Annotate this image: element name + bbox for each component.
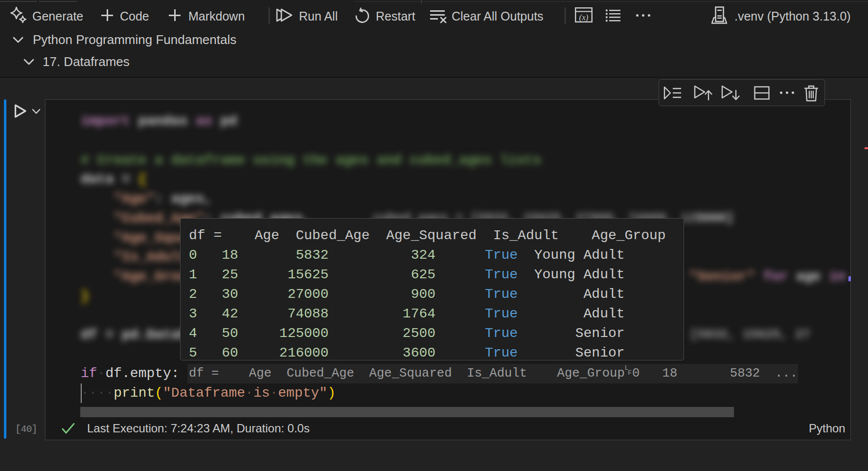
svg-text:(x): (x)	[579, 13, 589, 22]
